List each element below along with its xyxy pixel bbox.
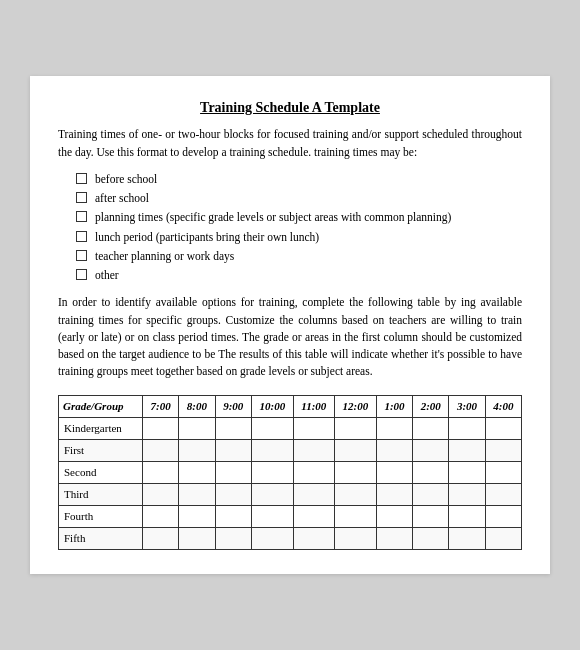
- table-header-time: 10:00: [251, 395, 293, 417]
- checklist-item: teacher planning or work days: [76, 248, 522, 265]
- table-cell: [293, 505, 334, 527]
- table-cell: [293, 417, 334, 439]
- table-cell: [143, 505, 179, 527]
- table-cell: [251, 527, 293, 549]
- row-grade-label: First: [59, 439, 143, 461]
- table-cell: [334, 439, 376, 461]
- table-cell: [485, 527, 521, 549]
- table-row: Fourth: [59, 505, 522, 527]
- checklist-item: after school: [76, 190, 522, 207]
- table-header-time: 7:00: [143, 395, 179, 417]
- table-cell: [449, 527, 485, 549]
- table-cell: [449, 439, 485, 461]
- table-header-time: 11:00: [293, 395, 334, 417]
- table-cell: [251, 483, 293, 505]
- checkbox-icon: [76, 231, 87, 242]
- table-cell: [143, 527, 179, 549]
- table-row: Third: [59, 483, 522, 505]
- checklist-item: planning times (specific grade levels or…: [76, 209, 522, 226]
- table-cell: [485, 483, 521, 505]
- table-cell: [293, 527, 334, 549]
- table-cell: [179, 417, 215, 439]
- table-header-time: 8:00: [179, 395, 215, 417]
- checklist-label: lunch period (participants bring their o…: [95, 229, 319, 246]
- table-row: First: [59, 439, 522, 461]
- table-cell: [293, 483, 334, 505]
- table-row: Kindergarten: [59, 417, 522, 439]
- table-cell: [376, 417, 412, 439]
- table-header-time: 9:00: [215, 395, 251, 417]
- table-cell: [251, 439, 293, 461]
- table-cell: [413, 483, 449, 505]
- row-grade-label: Fifth: [59, 527, 143, 549]
- checkbox-icon: [76, 269, 87, 280]
- table-cell: [251, 417, 293, 439]
- checklist-item: other: [76, 267, 522, 284]
- table-header-time: 2:00: [413, 395, 449, 417]
- checkbox-icon: [76, 192, 87, 203]
- table-header-time: 3:00: [449, 395, 485, 417]
- table-cell: [449, 505, 485, 527]
- table-cell: [293, 461, 334, 483]
- table-cell: [215, 439, 251, 461]
- row-grade-label: Second: [59, 461, 143, 483]
- table-cell: [376, 505, 412, 527]
- checklist: before schoolafter schoolplanning times …: [76, 171, 522, 285]
- table-cell: [179, 527, 215, 549]
- table-cell: [334, 461, 376, 483]
- checkbox-icon: [76, 211, 87, 222]
- table-cell: [376, 483, 412, 505]
- page: Training Schedule A Template Training ti…: [30, 76, 550, 573]
- row-grade-label: Third: [59, 483, 143, 505]
- table-cell: [485, 505, 521, 527]
- table-cell: [143, 461, 179, 483]
- intro-text: Training times of one- or two-hour block…: [58, 126, 522, 161]
- table-cell: [413, 417, 449, 439]
- table-cell: [143, 417, 179, 439]
- table-cell: [413, 527, 449, 549]
- table-cell: [215, 527, 251, 549]
- checklist-label: after school: [95, 190, 149, 207]
- table-cell: [251, 505, 293, 527]
- table-cell: [485, 439, 521, 461]
- table-cell: [215, 461, 251, 483]
- row-grade-label: Kindergarten: [59, 417, 143, 439]
- table-cell: [376, 461, 412, 483]
- checkbox-icon: [76, 250, 87, 261]
- table-cell: [449, 461, 485, 483]
- table-cell: [413, 461, 449, 483]
- table-header-row: Grade/Group7:008:009:0010:0011:0012:001:…: [59, 395, 522, 417]
- table-cell: [179, 439, 215, 461]
- table-cell: [215, 505, 251, 527]
- schedule-table: Grade/Group7:008:009:0010:0011:0012:001:…: [58, 395, 522, 550]
- body-text: In order to identify available options f…: [58, 294, 522, 380]
- table-cell: [179, 505, 215, 527]
- table-header-time: 1:00: [376, 395, 412, 417]
- table-cell: [485, 417, 521, 439]
- table-cell: [334, 527, 376, 549]
- table-header-grade: Grade/Group: [59, 395, 143, 417]
- table-cell: [179, 483, 215, 505]
- table-cell: [334, 483, 376, 505]
- checklist-item: before school: [76, 171, 522, 188]
- table-cell: [215, 483, 251, 505]
- table-row: Second: [59, 461, 522, 483]
- table-cell: [376, 527, 412, 549]
- checklist-label: planning times (specific grade levels or…: [95, 209, 451, 226]
- table-cell: [251, 461, 293, 483]
- table-cell: [334, 505, 376, 527]
- table-cell: [485, 461, 521, 483]
- table-header-time: 4:00: [485, 395, 521, 417]
- table-row: Fifth: [59, 527, 522, 549]
- checkbox-icon: [76, 173, 87, 184]
- table-cell: [143, 439, 179, 461]
- table-cell: [215, 417, 251, 439]
- table-cell: [449, 417, 485, 439]
- table-header-time: 12:00: [334, 395, 376, 417]
- row-grade-label: Fourth: [59, 505, 143, 527]
- checklist-item: lunch period (participants bring their o…: [76, 229, 522, 246]
- checklist-label: before school: [95, 171, 157, 188]
- table-body: KindergartenFirstSecondThirdFourthFifth: [59, 417, 522, 549]
- table-cell: [413, 439, 449, 461]
- table-cell: [334, 417, 376, 439]
